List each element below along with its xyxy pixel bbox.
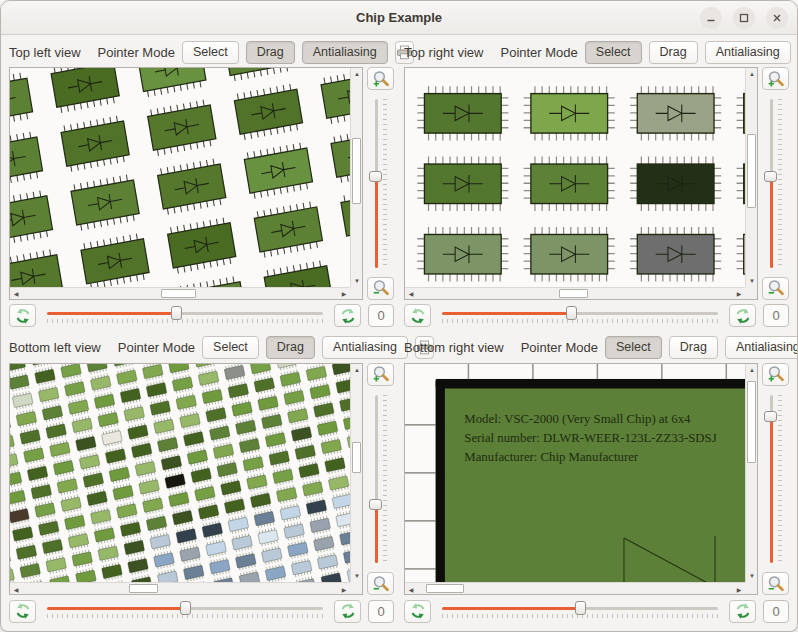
scrollbar-corner <box>350 287 362 299</box>
chip-scene <box>10 364 362 595</box>
antialiasing-button[interactable]: Antialiasing <box>725 336 798 359</box>
rotate-right-button[interactable] <box>334 600 361 623</box>
scroll-right-arrow-icon[interactable]: ▶ <box>733 288 745 300</box>
scroll-down-arrow-icon[interactable]: ▼ <box>746 570 758 582</box>
vertical-scrollbar[interactable]: ▲▼ <box>745 364 757 583</box>
toolbar-bottom-right: Bottom right view Pointer Mode Select Dr… <box>404 336 789 360</box>
drag-button[interactable]: Drag <box>649 41 698 64</box>
slider-handle[interactable] <box>575 601 586 615</box>
slider-handle[interactable] <box>369 499 382 510</box>
magnifier-minus-icon <box>372 575 390 593</box>
horizontal-scrollbar[interactable]: ◀▶ <box>10 287 350 299</box>
pointer-mode-label: Pointer Mode <box>500 45 577 60</box>
zoom-slider[interactable] <box>762 94 789 273</box>
window-controls <box>700 7 788 29</box>
magnifier-plus-icon <box>372 365 390 383</box>
magnifier-minus-icon <box>372 279 390 297</box>
graphics-view-top-right[interactable]: ▲▼ ◀▶ <box>404 67 758 300</box>
rotate-left-button[interactable] <box>9 304 36 327</box>
scroll-up-arrow-icon[interactable]: ▲ <box>746 68 758 80</box>
zoom-in-button[interactable] <box>367 363 394 386</box>
scroll-down-arrow-icon[interactable]: ▼ <box>351 275 363 287</box>
scrollbar-thumb[interactable] <box>352 138 361 204</box>
rotate-slider[interactable] <box>438 599 722 623</box>
vertical-scrollbar[interactable]: ▲▼ <box>745 68 757 287</box>
slider-ticks <box>383 395 387 564</box>
antialiasing-button[interactable]: Antialiasing <box>705 41 791 64</box>
view-label: Top left view <box>9 45 81 60</box>
zoom-out-button[interactable] <box>762 277 789 300</box>
close-button[interactable] <box>766 7 788 29</box>
scroll-left-arrow-icon[interactable]: ◀ <box>10 288 22 300</box>
zoom-slider[interactable] <box>367 390 394 569</box>
rotate-slider[interactable] <box>43 304 327 328</box>
scroll-left-arrow-icon[interactable]: ◀ <box>10 583 22 595</box>
drag-button[interactable]: Drag <box>266 336 315 359</box>
rotate-right-button[interactable] <box>334 304 361 327</box>
scroll-up-arrow-icon[interactable]: ▲ <box>746 364 758 376</box>
scroll-right-arrow-icon[interactable]: ▶ <box>338 583 350 595</box>
rotation-value-box: 0 <box>763 304 789 327</box>
zoom-out-button[interactable] <box>762 572 789 595</box>
rotate-slider[interactable] <box>43 599 327 623</box>
horizontal-scrollbar[interactable]: ◀▶ <box>10 582 350 594</box>
slider-handle[interactable] <box>764 411 777 422</box>
scroll-down-arrow-icon[interactable]: ▼ <box>351 570 363 582</box>
scroll-up-arrow-icon[interactable]: ▲ <box>351 68 363 80</box>
zoom-in-button[interactable] <box>367 67 394 90</box>
rotate-right-button[interactable] <box>729 304 756 327</box>
select-button[interactable]: Select <box>202 336 259 359</box>
graphics-view-bottom-left[interactable]: ▲▼ ◀▶ <box>9 363 363 596</box>
antialiasing-button[interactable]: Antialiasing <box>302 41 388 64</box>
scroll-right-arrow-icon[interactable]: ▶ <box>338 288 350 300</box>
scrollbar-thumb[interactable] <box>161 289 196 298</box>
zoom-in-button[interactable] <box>762 363 789 386</box>
drag-button[interactable]: Drag <box>669 336 718 359</box>
scrollbar-thumb[interactable] <box>747 134 756 208</box>
rotate-slider[interactable] <box>438 304 722 328</box>
slider-handle[interactable] <box>171 306 182 320</box>
slider-handle[interactable] <box>566 306 577 320</box>
slider-groove <box>375 99 378 268</box>
vertical-scrollbar[interactable]: ▲▼ <box>350 68 362 287</box>
scrollbar-thumb[interactable] <box>352 442 361 473</box>
slider-handle[interactable] <box>764 171 777 182</box>
zoom-out-button[interactable] <box>367 572 394 595</box>
graphics-view-top-left[interactable]: ▲▼ ◀▶ <box>9 67 363 300</box>
rotate-right-icon <box>734 602 752 620</box>
magnifier-plus-icon <box>767 365 785 383</box>
scrollbar-thumb[interactable] <box>426 584 464 593</box>
horizontal-scrollbar[interactable]: ◀▶ <box>405 287 745 299</box>
zoom-out-button[interactable] <box>367 277 394 300</box>
rotation-value-box: 0 <box>368 600 394 623</box>
minimize-button[interactable] <box>700 7 722 29</box>
select-button[interactable]: Select <box>585 41 642 64</box>
horizontal-scrollbar[interactable]: ◀▶ <box>405 582 745 594</box>
scrollbar-thumb[interactable] <box>747 381 756 463</box>
scrollbar-thumb[interactable] <box>129 584 157 593</box>
zoom-in-button[interactable] <box>762 67 789 90</box>
maximize-button[interactable] <box>733 7 755 29</box>
slider-handle[interactable] <box>369 171 382 182</box>
graphics-view-bottom-right[interactable]: Model: VSC-2000 (Very Small Chip) at 6x4… <box>404 363 758 596</box>
zoom-slider[interactable] <box>367 94 394 273</box>
rotate-right-button[interactable] <box>729 600 756 623</box>
scroll-left-arrow-icon[interactable]: ◀ <box>405 288 417 300</box>
rotate-left-button[interactable] <box>9 600 36 623</box>
select-button[interactable]: Select <box>182 41 239 64</box>
scroll-up-arrow-icon[interactable]: ▲ <box>351 364 363 376</box>
scroll-down-arrow-icon[interactable]: ▼ <box>746 275 758 287</box>
zoom-slider[interactable] <box>762 390 789 569</box>
antialiasing-button[interactable]: Antialiasing <box>322 336 408 359</box>
rotate-left-button[interactable] <box>404 600 431 623</box>
vertical-scrollbar[interactable]: ▲▼ <box>350 364 362 583</box>
rotate-left-button[interactable] <box>404 304 431 327</box>
scroll-right-arrow-icon[interactable]: ▶ <box>733 583 745 595</box>
scrollbar-thumb[interactable] <box>559 289 587 298</box>
slider-handle[interactable] <box>180 601 191 615</box>
slider-groove <box>47 312 323 315</box>
title-bar[interactable]: Chip Example <box>1 1 797 35</box>
drag-button[interactable]: Drag <box>246 41 295 64</box>
scroll-left-arrow-icon[interactable]: ◀ <box>405 583 417 595</box>
select-button[interactable]: Select <box>605 336 662 359</box>
